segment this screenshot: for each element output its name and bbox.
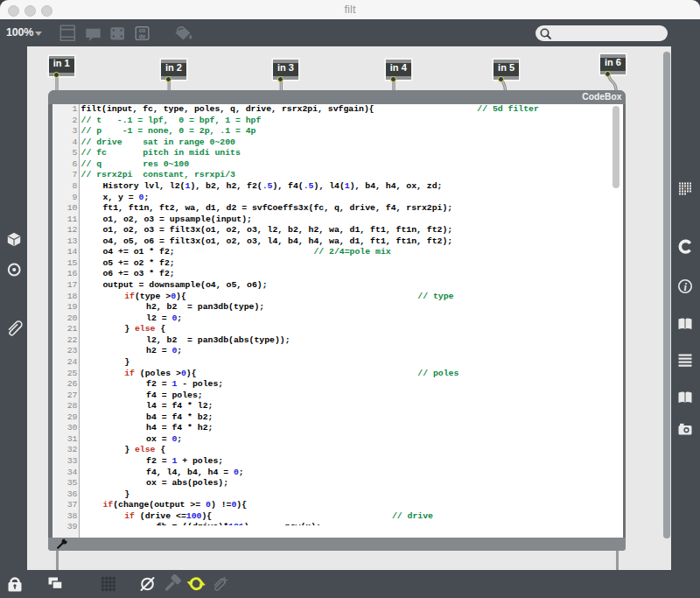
- svg-text:i: i: [684, 281, 688, 293]
- svg-text:de: de: [139, 33, 146, 39]
